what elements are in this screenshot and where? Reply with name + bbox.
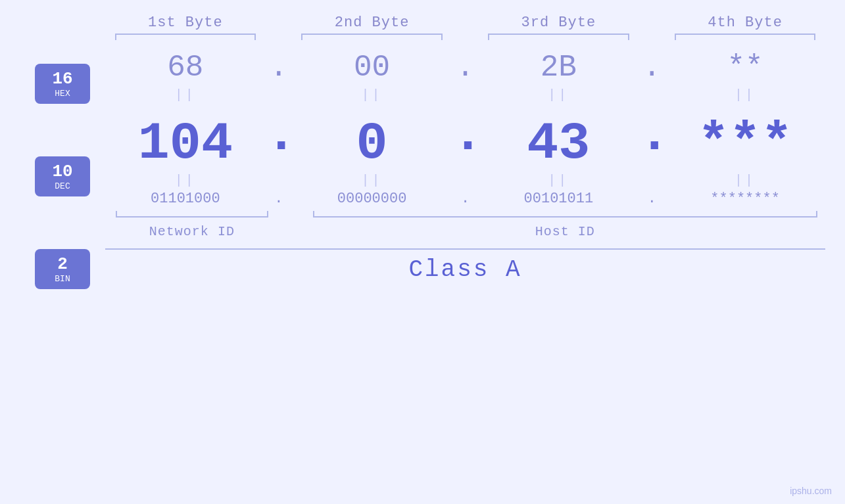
hex-byte1: 68 [167, 51, 203, 85]
hex-dot2: . [456, 51, 475, 85]
eq2-b2: || [362, 173, 383, 188]
dec-byte3: 43 [527, 114, 590, 173]
byte2-header: 2nd Byte [292, 14, 452, 31]
equals-row-1: || || || || [105, 87, 825, 103]
bin-byte2: 00000000 [337, 191, 407, 207]
host-id-label: Host ID [535, 224, 595, 239]
equals-row-2: || || || || [105, 173, 825, 188]
eq1-b2: || [362, 87, 383, 103]
watermark: ipshu.com [790, 486, 832, 496]
bottom-bracket-234 [313, 211, 818, 218]
bin-dot3: . [648, 191, 656, 207]
hex-dot1: . [270, 51, 288, 85]
dec-row: 104 . 0 . 43 . *** [105, 105, 825, 170]
bin-byte3: 00101011 [524, 191, 594, 207]
dec-badge: 10 DEC [35, 156, 90, 196]
bottom-bracket-1 [116, 211, 268, 218]
eq1-b1: || [175, 87, 196, 103]
byte1-header: 1st Byte [105, 14, 266, 31]
bin-badge: 2 BIN [35, 249, 90, 289]
hex-row: 68 . 00 . 2B . ** [105, 51, 825, 85]
main-container: 1st Byte 2nd Byte 3rd Byte 4th Byte [0, 0, 845, 504]
bin-dot1: . [274, 191, 283, 207]
bin-byte4: ******** [710, 191, 780, 207]
dec-byte4: *** [698, 114, 792, 173]
byte4-header: 4th Byte [665, 14, 825, 31]
dec-byte1: 104 [138, 114, 233, 173]
eq1-b4: || [735, 87, 756, 103]
hex-badge: 16 HEX [35, 64, 90, 104]
hex-byte2: 00 [354, 51, 390, 85]
eq2-b1: || [175, 173, 196, 188]
bin-dot2: . [461, 191, 470, 207]
hex-byte4: ** [727, 51, 763, 85]
class-line [105, 248, 825, 250]
network-id-label: Network ID [149, 224, 235, 239]
hex-dot3: . [642, 51, 661, 85]
dec-byte2: 0 [356, 114, 388, 173]
bin-row: 01101000 . 00000000 . 00101011 . [105, 191, 825, 207]
class-label: Class A [408, 256, 521, 283]
eq1-b3: || [548, 87, 569, 103]
byte3-header: 3rd Byte [479, 14, 639, 31]
eq2-b3: || [548, 173, 569, 188]
hex-byte3: 2B [541, 51, 577, 85]
bin-byte1: 01101000 [151, 191, 220, 207]
eq2-b4: || [735, 173, 756, 188]
